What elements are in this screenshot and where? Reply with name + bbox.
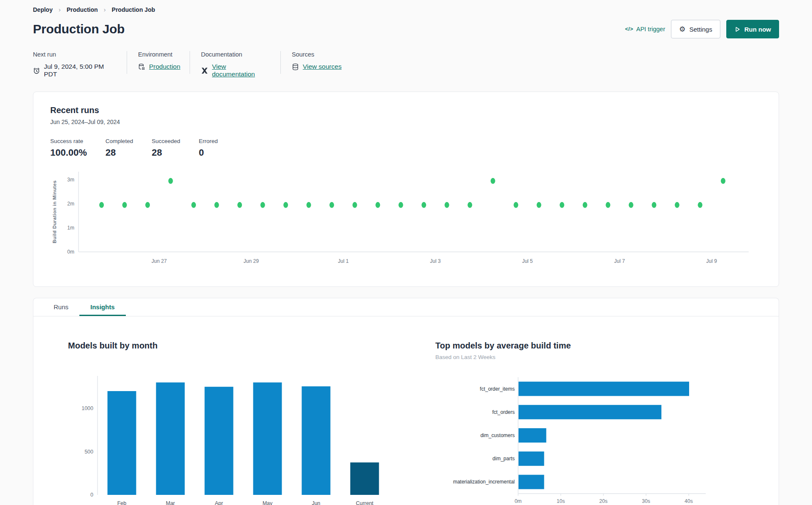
next-run-label: Next run <box>33 51 116 58</box>
tab-insights[interactable]: Insights <box>79 298 126 316</box>
gear-icon: ⚙ <box>679 26 685 33</box>
top-models-block: Top models by average build time Based o… <box>435 341 748 505</box>
recent-runs-stats: Success rate 100.00% Completed 28 Succee… <box>50 138 762 158</box>
play-icon <box>734 26 741 32</box>
next-run-value: Jul 9, 2024, 5:00 PM PDT <box>44 63 116 78</box>
chevron-right-icon: › <box>104 6 106 13</box>
environment-database-icon <box>138 63 145 70</box>
settings-label: Settings <box>689 26 712 33</box>
stat-succeeded: Succeeded 28 <box>152 138 180 158</box>
breadcrumb-current: Production Job <box>112 6 155 13</box>
svg-text:dim_customers: dim_customers <box>481 432 515 438</box>
svg-text:fct_orders: fct_orders <box>492 409 515 415</box>
models-built-title: Models built by month <box>68 341 418 351</box>
job-info-strip: Next run Jul 9, 2024, 5:00 PM PDT Enviro… <box>33 51 779 78</box>
settings-button[interactable]: ⚙ Settings <box>671 20 720 38</box>
environment-label: Environment <box>138 51 179 58</box>
svg-text:0m: 0m <box>515 498 522 504</box>
api-trigger-label: API trigger <box>636 26 665 32</box>
divider <box>280 51 281 74</box>
run-now-button[interactable]: Run now <box>726 20 779 38</box>
svg-text:fct_order_items: fct_order_items <box>480 386 515 392</box>
view-documentation-link[interactable]: View documentation <box>212 63 269 78</box>
svg-text:Jul 9: Jul 9 <box>706 258 717 264</box>
tabbar: Runs Insights <box>33 298 779 316</box>
alarm-clock-icon <box>33 67 40 74</box>
svg-text:0: 0 <box>90 492 93 498</box>
svg-text:1000: 1000 <box>81 405 93 411</box>
breadcrumb-deploy[interactable]: Deploy <box>33 6 53 13</box>
top-models-subtitle: Based on Last 2 Weeks <box>435 354 748 360</box>
models-built-by-month-block: Models built by month 05001000FebMarAprM… <box>68 341 418 505</box>
svg-text:Jun 27: Jun 27 <box>152 258 167 264</box>
divider <box>190 51 190 74</box>
view-sources-link[interactable]: View sources <box>303 63 342 70</box>
svg-text:Jun: Jun <box>312 500 320 505</box>
breadcrumb: Deploy › Production › Production Job <box>33 5 779 13</box>
recent-runs-title: Recent runs <box>50 105 762 115</box>
svg-text:Jul 3: Jul 3 <box>430 258 441 264</box>
svg-text:materialization_incremental: materialization_incremental <box>453 479 515 485</box>
stat-success-rate: Success rate 100.00% <box>50 138 87 158</box>
svg-text:500: 500 <box>84 449 93 455</box>
sources-label: Sources <box>292 51 342 58</box>
svg-text:Jul 7: Jul 7 <box>614 258 625 264</box>
top-models-title: Top models by average build time <box>435 341 748 351</box>
svg-text:2m: 2m <box>67 201 74 207</box>
documentation-label: Documentation <box>201 51 269 58</box>
recent-runs-date-range: Jun 25, 2024–Jul 09, 2024 <box>50 119 762 125</box>
svg-text:Mar: Mar <box>166 500 175 505</box>
svg-text:Build Duration in Minutes: Build Duration in Minutes <box>52 180 57 243</box>
run-now-label: Run now <box>744 26 771 33</box>
sources-database-icon <box>292 63 299 70</box>
svg-text:0m: 0m <box>67 249 74 255</box>
page-title: Production Job <box>33 22 125 36</box>
svg-text:Jul 1: Jul 1 <box>338 258 349 264</box>
insights-card: Runs Insights Models built by month 0500… <box>33 298 779 505</box>
svg-text:Feb: Feb <box>117 500 127 505</box>
stat-errored: Errored 0 <box>199 138 218 158</box>
tab-runs[interactable]: Runs <box>43 298 79 316</box>
api-trigger-link[interactable]: </> API trigger <box>625 26 665 32</box>
svg-text:30s: 30s <box>642 498 650 504</box>
environment-link[interactable]: Production <box>149 63 180 70</box>
build-duration-chart: 0m1m2m3mBuild Duration in MinutesJun 27J… <box>50 167 755 275</box>
models-built-chart: 05001000FebMarAprMayJunCurrent <box>68 373 397 505</box>
stat-completed: Completed 28 <box>106 138 133 158</box>
breadcrumb-production[interactable]: Production <box>67 6 98 13</box>
code-icon: </> <box>625 26 633 32</box>
divider <box>127 51 127 74</box>
page: Deploy › Production › Production Job Pro… <box>0 0 812 505</box>
svg-text:dim_parts: dim_parts <box>492 456 515 462</box>
top-models-chart: 0m10s20s30s40sfct_order_itemsfct_ordersd… <box>435 375 739 505</box>
recent-runs-card: Recent runs Jun 25, 2024–Jul 09, 2024 Su… <box>33 92 779 287</box>
svg-text:May: May <box>263 500 273 505</box>
svg-text:Jul 5: Jul 5 <box>522 258 533 264</box>
svg-text:3m: 3m <box>67 177 74 183</box>
svg-text:1m: 1m <box>67 225 74 231</box>
dbt-docs-icon <box>201 67 208 74</box>
svg-text:Jun 29: Jun 29 <box>244 258 259 264</box>
svg-text:20s: 20s <box>599 498 607 504</box>
svg-text:40s: 40s <box>684 498 693 504</box>
svg-text:Apr: Apr <box>215 500 223 505</box>
svg-text:10s: 10s <box>557 498 565 504</box>
svg-text:Current: Current <box>356 500 374 505</box>
chevron-right-icon: › <box>59 6 61 13</box>
